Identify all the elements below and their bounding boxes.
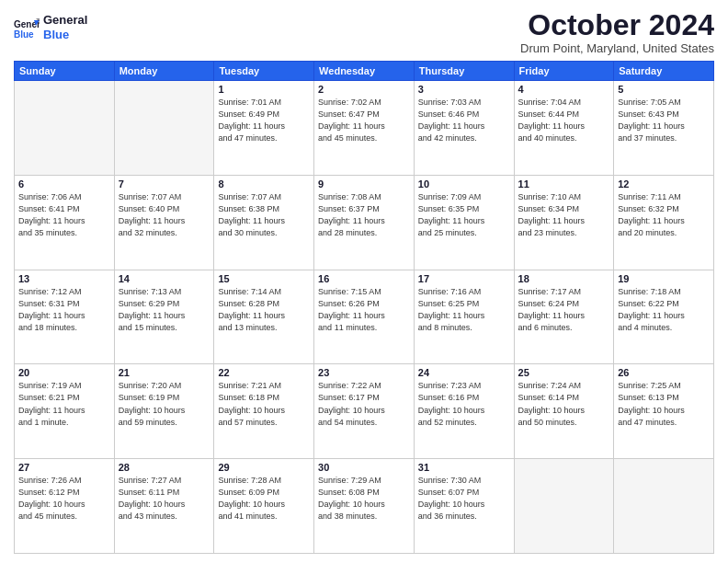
- day-info: Sunrise: 7:12 AM Sunset: 6:31 PM Dayligh…: [18, 286, 110, 334]
- weekday-header-thursday: Thursday: [414, 62, 514, 81]
- day-cell-7: 7Sunrise: 7:07 AM Sunset: 6:40 PM Daylig…: [114, 175, 214, 270]
- day-cell-27: 27Sunrise: 7:26 AM Sunset: 6:12 PM Dayli…: [15, 459, 115, 554]
- weekday-header-row: SundayMondayTuesdayWednesdayThursdayFrid…: [15, 62, 714, 81]
- day-number: 6: [18, 178, 110, 190]
- day-cell-10: 10Sunrise: 7:09 AM Sunset: 6:35 PM Dayli…: [414, 175, 514, 270]
- day-info: Sunrise: 7:25 AM Sunset: 6:13 PM Dayligh…: [618, 380, 710, 428]
- day-number: 28: [119, 462, 210, 473]
- day-number: 25: [518, 367, 610, 378]
- day-cell-12: 12Sunrise: 7:11 AM Sunset: 6:32 PM Dayli…: [614, 175, 714, 270]
- day-number: 10: [418, 178, 510, 190]
- day-info: Sunrise: 7:24 AM Sunset: 6:14 PM Dayligh…: [518, 380, 610, 428]
- day-cell-23: 23Sunrise: 7:22 AM Sunset: 6:17 PM Dayli…: [314, 364, 415, 459]
- day-cell-30: 30Sunrise: 7:29 AM Sunset: 6:08 PM Dayli…: [314, 459, 415, 554]
- day-cell-31: 31Sunrise: 7:30 AM Sunset: 6:07 PM Dayli…: [414, 459, 514, 554]
- empty-cell: [114, 81, 214, 176]
- day-number: 20: [18, 367, 110, 378]
- day-cell-19: 19Sunrise: 7:18 AM Sunset: 6:22 PM Dayli…: [614, 270, 714, 364]
- day-cell-6: 6Sunrise: 7:06 AM Sunset: 6:41 PM Daylig…: [15, 175, 115, 270]
- day-info: Sunrise: 7:27 AM Sunset: 6:11 PM Dayligh…: [119, 475, 210, 523]
- day-cell-29: 29Sunrise: 7:28 AM Sunset: 6:09 PM Dayli…: [214, 459, 314, 554]
- day-info: Sunrise: 7:17 AM Sunset: 6:24 PM Dayligh…: [518, 286, 610, 334]
- header: General Blue GeneralBlue October 2024 Dr…: [14, 9, 714, 55]
- day-info: Sunrise: 7:26 AM Sunset: 6:12 PM Dayligh…: [18, 475, 110, 523]
- title-block: October 2024 Drum Point, Maryland, Unite…: [520, 9, 714, 55]
- location: Drum Point, Maryland, United States: [520, 41, 714, 55]
- day-number: 14: [119, 273, 210, 284]
- day-cell-14: 14Sunrise: 7:13 AM Sunset: 6:29 PM Dayli…: [114, 270, 214, 364]
- day-info: Sunrise: 7:03 AM Sunset: 6:46 PM Dayligh…: [418, 97, 510, 144]
- day-number: 2: [318, 84, 410, 95]
- day-cell-4: 4Sunrise: 7:04 AM Sunset: 6:44 PM Daylig…: [514, 81, 614, 176]
- day-number: 18: [518, 273, 610, 284]
- day-info: Sunrise: 7:11 AM Sunset: 6:32 PM Dayligh…: [618, 191, 710, 239]
- day-cell-26: 26Sunrise: 7:25 AM Sunset: 6:13 PM Dayli…: [614, 364, 714, 459]
- day-number: 9: [318, 178, 410, 190]
- day-number: 12: [618, 178, 710, 190]
- week-row-2: 6Sunrise: 7:06 AM Sunset: 6:41 PM Daylig…: [15, 175, 714, 270]
- day-number: 15: [218, 273, 310, 284]
- day-info: Sunrise: 7:20 AM Sunset: 6:19 PM Dayligh…: [119, 380, 210, 428]
- weekday-header-saturday: Saturday: [614, 62, 714, 81]
- day-cell-22: 22Sunrise: 7:21 AM Sunset: 6:18 PM Dayli…: [214, 364, 314, 459]
- day-cell-15: 15Sunrise: 7:14 AM Sunset: 6:28 PM Dayli…: [214, 270, 314, 364]
- day-cell-11: 11Sunrise: 7:10 AM Sunset: 6:34 PM Dayli…: [514, 175, 614, 270]
- day-info: Sunrise: 7:10 AM Sunset: 6:34 PM Dayligh…: [518, 191, 610, 239]
- day-number: 16: [318, 273, 410, 284]
- day-number: 27: [18, 462, 110, 473]
- day-number: 24: [418, 367, 510, 378]
- weekday-header-monday: Monday: [114, 62, 214, 81]
- day-info: Sunrise: 7:14 AM Sunset: 6:28 PM Dayligh…: [218, 286, 310, 334]
- day-cell-24: 24Sunrise: 7:23 AM Sunset: 6:16 PM Dayli…: [414, 364, 514, 459]
- week-row-4: 20Sunrise: 7:19 AM Sunset: 6:21 PM Dayli…: [15, 364, 714, 459]
- day-number: 13: [18, 273, 110, 284]
- week-row-5: 27Sunrise: 7:26 AM Sunset: 6:12 PM Dayli…: [15, 459, 714, 554]
- day-info: Sunrise: 7:05 AM Sunset: 6:43 PM Dayligh…: [618, 97, 710, 144]
- day-number: 22: [218, 367, 310, 378]
- page: General Blue GeneralBlue October 2024 Dr…: [0, 0, 728, 563]
- day-number: 4: [518, 84, 610, 95]
- day-cell-16: 16Sunrise: 7:15 AM Sunset: 6:26 PM Dayli…: [314, 270, 415, 364]
- logo: General Blue GeneralBlue: [14, 13, 87, 41]
- empty-cell: [514, 459, 614, 554]
- day-cell-3: 3Sunrise: 7:03 AM Sunset: 6:46 PM Daylig…: [414, 81, 514, 176]
- day-cell-17: 17Sunrise: 7:16 AM Sunset: 6:25 PM Dayli…: [414, 270, 514, 364]
- weekday-header-wednesday: Wednesday: [314, 62, 415, 81]
- day-info: Sunrise: 7:15 AM Sunset: 6:26 PM Dayligh…: [318, 286, 410, 334]
- day-info: Sunrise: 7:13 AM Sunset: 6:29 PM Dayligh…: [119, 286, 210, 334]
- weekday-header-sunday: Sunday: [15, 62, 115, 81]
- day-number: 8: [218, 178, 310, 190]
- day-info: Sunrise: 7:18 AM Sunset: 6:22 PM Dayligh…: [618, 286, 710, 334]
- day-cell-1: 1Sunrise: 7:01 AM Sunset: 6:49 PM Daylig…: [214, 81, 314, 176]
- day-cell-25: 25Sunrise: 7:24 AM Sunset: 6:14 PM Dayli…: [514, 364, 614, 459]
- day-number: 17: [418, 273, 510, 284]
- week-row-1: 1Sunrise: 7:01 AM Sunset: 6:49 PM Daylig…: [15, 81, 714, 176]
- week-row-3: 13Sunrise: 7:12 AM Sunset: 6:31 PM Dayli…: [15, 270, 714, 364]
- day-cell-28: 28Sunrise: 7:27 AM Sunset: 6:11 PM Dayli…: [114, 459, 214, 554]
- day-info: Sunrise: 7:09 AM Sunset: 6:35 PM Dayligh…: [418, 191, 510, 239]
- day-info: Sunrise: 7:06 AM Sunset: 6:41 PM Dayligh…: [18, 191, 110, 239]
- weekday-header-tuesday: Tuesday: [214, 62, 314, 81]
- day-info: Sunrise: 7:01 AM Sunset: 6:49 PM Dayligh…: [218, 97, 310, 144]
- day-number: 29: [218, 462, 310, 473]
- day-cell-20: 20Sunrise: 7:19 AM Sunset: 6:21 PM Dayli…: [15, 364, 115, 459]
- day-info: Sunrise: 7:19 AM Sunset: 6:21 PM Dayligh…: [18, 380, 110, 428]
- day-info: Sunrise: 7:30 AM Sunset: 6:07 PM Dayligh…: [418, 475, 510, 523]
- weekday-header-friday: Friday: [514, 62, 614, 81]
- day-number: 11: [518, 178, 610, 190]
- day-number: 5: [618, 84, 710, 95]
- day-number: 30: [318, 462, 410, 473]
- day-number: 19: [618, 273, 710, 284]
- svg-text:Blue: Blue: [14, 29, 34, 40]
- day-info: Sunrise: 7:08 AM Sunset: 6:37 PM Dayligh…: [318, 191, 410, 239]
- day-info: Sunrise: 7:04 AM Sunset: 6:44 PM Dayligh…: [518, 97, 610, 144]
- day-cell-9: 9Sunrise: 7:08 AM Sunset: 6:37 PM Daylig…: [314, 175, 415, 270]
- day-number: 3: [418, 84, 510, 95]
- logo-icon: General Blue: [14, 15, 40, 40]
- calendar-table: SundayMondayTuesdayWednesdayThursdayFrid…: [14, 61, 714, 554]
- day-info: Sunrise: 7:02 AM Sunset: 6:47 PM Dayligh…: [318, 97, 410, 144]
- day-cell-8: 8Sunrise: 7:07 AM Sunset: 6:38 PM Daylig…: [214, 175, 314, 270]
- day-number: 1: [218, 84, 310, 95]
- day-number: 31: [418, 462, 510, 473]
- empty-cell: [15, 81, 115, 176]
